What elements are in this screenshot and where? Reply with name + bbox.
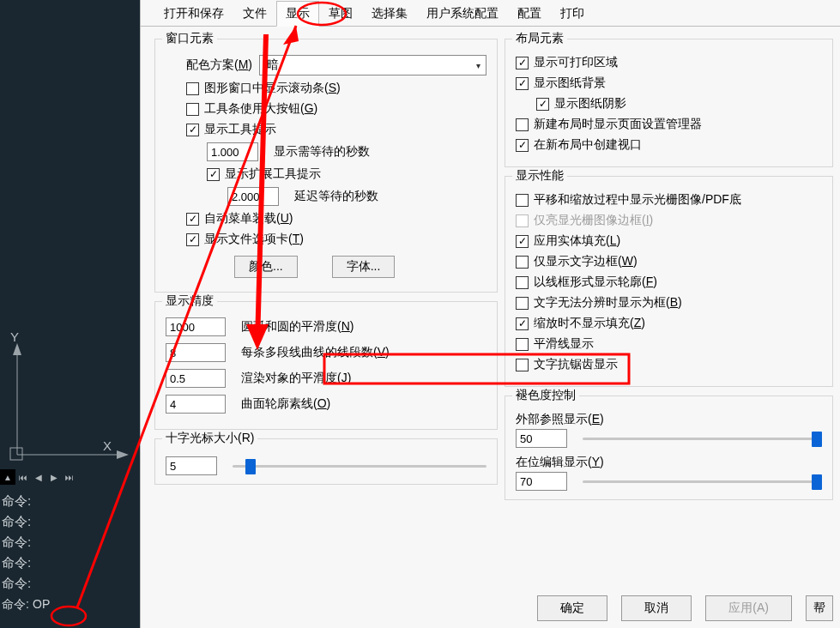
tab-file[interactable]: 文件 xyxy=(233,1,276,27)
group-display-precision: 显示精度 圆弧和圆的平滑度(N) 每条多段线曲线的线段数(V) 渲染对象的平滑度… xyxy=(154,301,498,430)
render-smooth-input[interactable] xyxy=(166,369,226,388)
ok-button[interactable]: 确定 xyxy=(537,595,607,621)
paperbg-checkbox[interactable] xyxy=(516,77,529,90)
filetabs-label: 显示文件选项卡(T) xyxy=(204,232,304,247)
scrollbar-checkbox[interactable] xyxy=(186,82,199,95)
chevron-down-icon: ▾ xyxy=(476,61,480,70)
group-window-elements: 窗口元素 配色方案(M) 暗▾ 图形窗口中显示滚动条(S) 工具条使用大按钮(G… xyxy=(154,39,498,293)
automenu-checkbox[interactable] xyxy=(186,213,199,226)
nav-collapse-icon[interactable]: ▲ xyxy=(0,469,15,485)
options-dialog: 打开和保存 文件 显示 草图 选择集 用户系统配置 配置 打印 窗口元素 配色方… xyxy=(140,0,840,628)
crosshair-size-input[interactable] xyxy=(166,456,217,475)
svg-text:Y: Y xyxy=(10,329,19,344)
tab-open-save[interactable]: 打开和保存 xyxy=(154,1,233,27)
xref-fade-input[interactable] xyxy=(516,429,567,448)
antialias-label: 文字抗锯齿显示 xyxy=(534,357,618,372)
command-input-line[interactable]: 命令: OP xyxy=(2,594,50,614)
nav-last-icon[interactable]: ⏭ xyxy=(62,469,77,485)
highlight-raster-checkbox xyxy=(516,214,529,227)
tab-config[interactable]: 配置 xyxy=(508,1,551,27)
tab-user-config[interactable]: 用户系统配置 xyxy=(417,1,508,27)
papershadow-label: 显示图纸阴影 xyxy=(554,96,626,112)
svg-rect-6 xyxy=(10,448,22,460)
solidfill-checkbox[interactable] xyxy=(516,235,529,248)
svg-marker-4 xyxy=(117,450,129,459)
zoomfill-checkbox[interactable] xyxy=(516,317,529,330)
dialog-footer: 确定 取消 应用(A) 帮 xyxy=(537,595,840,621)
viewport-label: 在新布局中创建视口 xyxy=(534,137,642,153)
tab-sketch[interactable]: 草图 xyxy=(319,1,362,27)
model-tabs-nav: ▲ ⏮ ◀ ▶ ⏭ xyxy=(0,468,140,486)
tab-display[interactable]: 显示 xyxy=(276,1,319,27)
nav-first-icon[interactable]: ⏮ xyxy=(15,469,31,485)
ext-tooltips-delay-input[interactable] xyxy=(227,187,279,206)
group-layout-elements: 布局元素 显示可打印区域 显示图纸背景 显示图纸阴影 新建布局时显示页面设置管理… xyxy=(505,39,833,167)
group-title: 褪色度控制 xyxy=(512,388,579,403)
command-line: 命令: xyxy=(2,553,50,573)
polyline-seg-label: 每条多段线曲线的线段数(V) xyxy=(241,345,390,360)
inplace-label: 在位编辑显示(Y) xyxy=(516,455,604,468)
color-scheme-select[interactable]: 暗▾ xyxy=(259,55,486,75)
ext-tooltips-checkbox[interactable] xyxy=(207,168,220,181)
inplace-fade-input[interactable] xyxy=(516,472,567,491)
polyline-seg-input[interactable] xyxy=(166,343,226,362)
group-title: 十字光标大小(R) xyxy=(162,431,257,446)
printable-label: 显示可打印区域 xyxy=(534,55,618,70)
pan-raster-checkbox[interactable] xyxy=(516,194,529,207)
group-fade-control: 褪色度控制 外部参照显示(E) 在位编辑显示(Y) xyxy=(505,396,833,500)
apply-button[interactable]: 应用(A) xyxy=(705,595,792,621)
smoothline-checkbox[interactable] xyxy=(516,338,529,351)
nav-next-icon[interactable]: ▶ xyxy=(46,469,62,485)
antialias-checkbox[interactable] xyxy=(516,359,529,371)
ext-tooltips-delay-label: 延迟等待的秒数 xyxy=(294,189,378,204)
group-title: 显示性能 xyxy=(512,168,567,184)
surface-lines-input[interactable] xyxy=(166,395,226,414)
nav-prev-icon[interactable]: ◀ xyxy=(31,469,46,485)
command-line: 命令: xyxy=(2,573,50,594)
fonts-button[interactable]: 字体... xyxy=(332,256,396,278)
command-history: 命令: 命令: 命令: 命令: 命令: 命令: OP xyxy=(2,491,50,614)
group-title: 显示精度 xyxy=(162,293,217,309)
command-line: 命令: xyxy=(2,532,50,553)
arc-smoothness-label: 圆弧和圆的平滑度(N) xyxy=(241,319,354,335)
tab-selection[interactable]: 选择集 xyxy=(362,1,417,27)
arc-smoothness-input[interactable] xyxy=(166,317,226,336)
group-title: 窗口元素 xyxy=(162,31,217,46)
wireframe-checkbox[interactable] xyxy=(516,276,529,289)
ext-tooltips-label: 显示扩展工具提示 xyxy=(225,166,321,182)
zoomfill-label: 缩放时不显示填充(Z) xyxy=(534,316,645,331)
crosshair-slider[interactable] xyxy=(233,457,486,474)
color-scheme-label: 配色方案(M) xyxy=(186,57,252,73)
tooltips-checkbox[interactable] xyxy=(186,124,199,136)
tab-print[interactable]: 打印 xyxy=(551,1,594,27)
group-title: 布局元素 xyxy=(512,31,567,46)
command-line: 命令: xyxy=(2,491,50,511)
pagesetup-checkbox[interactable] xyxy=(516,118,529,131)
ucs-axes: Y X xyxy=(9,343,129,474)
viewport-checkbox[interactable] xyxy=(516,139,529,152)
scrollbar-label: 图形窗口中显示滚动条(S) xyxy=(204,81,341,96)
paperbg-label: 显示图纸背景 xyxy=(534,75,606,91)
textbox-checkbox[interactable] xyxy=(516,297,529,310)
printable-checkbox[interactable] xyxy=(516,57,529,69)
filetabs-checkbox[interactable] xyxy=(186,233,199,246)
tooltips-delay-input[interactable] xyxy=(207,142,258,161)
inplace-fade-slider[interactable] xyxy=(583,473,822,490)
tooltips-delay-label: 显示需等待的秒数 xyxy=(274,144,370,160)
tooltips-label: 显示工具提示 xyxy=(204,122,276,137)
smoothline-label: 平滑线显示 xyxy=(534,336,594,352)
cancel-button[interactable]: 取消 xyxy=(621,595,692,621)
largebtn-checkbox[interactable] xyxy=(186,103,199,116)
xref-fade-slider[interactable] xyxy=(583,430,822,447)
colors-button[interactable]: 颜色... xyxy=(234,256,298,278)
help-button[interactable]: 帮 xyxy=(806,595,833,621)
textframe-label: 仅显示文字边框(W) xyxy=(534,254,638,269)
surface-lines-label: 曲面轮廓素线(O) xyxy=(241,396,330,412)
solidfill-label: 应用实体填充(L) xyxy=(534,233,620,249)
largebtn-label: 工具条使用大按钮(G) xyxy=(204,101,317,117)
pan-raster-label: 平移和缩放过程中显示光栅图像/PDF底 xyxy=(534,192,741,208)
textframe-checkbox[interactable] xyxy=(516,256,529,269)
pagesetup-label: 新建布局时显示页面设置管理器 xyxy=(534,117,702,132)
command-line: 命令: xyxy=(2,511,50,532)
papershadow-checkbox[interactable] xyxy=(536,98,549,111)
